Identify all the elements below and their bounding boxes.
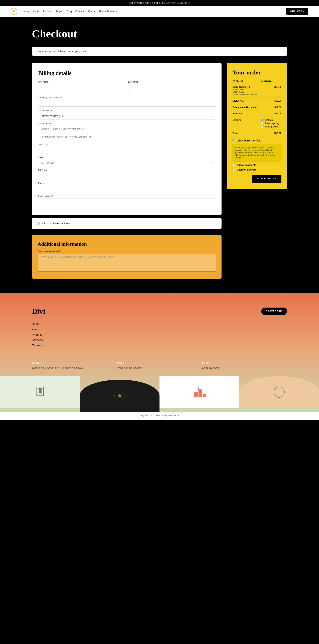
country-select[interactable]: UNITED STATES (US) — [38, 113, 215, 120]
footer-address-col: Address 1234 Divi St. #1000, San Francis… — [32, 362, 117, 369]
shipping-option-free[interactable]: Free shipping — [261, 122, 282, 124]
zip-label: ZIP Code * — [38, 169, 215, 172]
footer-nav-product[interactable]: Product — [32, 333, 287, 336]
order-card: Your order PRODUCT SUBTOTAL Extra Theme … — [227, 63, 287, 189]
state-select[interactable]: CALIFORNIA — [38, 160, 215, 166]
first-name-label: First name * — [38, 81, 125, 83]
city-input[interactable] — [38, 147, 215, 153]
product-price: $12.00 — [261, 104, 282, 110]
apt-input[interactable] — [38, 134, 215, 140]
col-subtotal: SUBTOTAL — [261, 80, 282, 84]
last-name-input[interactable] — [128, 84, 215, 91]
zip-group: ZIP Code * — [38, 169, 215, 179]
nav-blog[interactable]: Blog — [67, 10, 72, 13]
total-label: Total — [232, 130, 261, 136]
street-input[interactable] — [38, 126, 215, 132]
phone-label: Phone * — [38, 182, 215, 184]
shipping-option-local[interactable]: Local pickup — [261, 125, 282, 128]
art-block-2 — [80, 380, 160, 412]
payment-radio-bank[interactable] — [232, 140, 235, 142]
ship-different-checkbox[interactable] — [37, 222, 40, 225]
subtotal-label: Subtotal — [232, 110, 261, 117]
notes-label: Order notes (optional) — [38, 250, 216, 252]
subtotal-value: $67.00 — [261, 110, 282, 117]
checkout-columns: Billing details First name * Last name *… — [32, 63, 287, 279]
nav-project[interactable]: Project — [56, 10, 63, 13]
svg-rect-10 — [193, 387, 198, 391]
footer-art — [0, 376, 319, 412]
address-value: 1234 Divi St. #1000, San Francisco, CA 9… — [32, 366, 117, 369]
footer-nav-about[interactable]: About — [32, 328, 287, 331]
email-label: Email address * — [38, 195, 215, 198]
additional-card: Additional information Order notes (opti… — [32, 235, 222, 279]
footer-nav-careers[interactable]: Careers — [32, 344, 287, 347]
payment-radio-cash[interactable] — [232, 168, 235, 171]
ship-different-label: Ship to a different address? — [41, 222, 72, 225]
svg-rect-7 — [194, 392, 198, 398]
art-block-1 — [0, 376, 80, 408]
street-label: Street address * — [38, 122, 215, 125]
phone-value: (255) 352-6258 — [202, 366, 287, 369]
shipping-option-flat[interactable]: Flat rate — [261, 118, 282, 121]
nav-theme-builder[interactable]: Theme Builder — [99, 10, 117, 13]
payment-cash[interactable]: Cash on delivery — [232, 168, 282, 171]
street-group: Street address * — [38, 122, 215, 140]
phone-title: Phone — [202, 362, 287, 364]
place-order-button[interactable]: PLACE ORDER — [252, 174, 282, 183]
banner-text: GET STARTED WITH A FREE PROJECT CONSULTA… — [129, 2, 190, 4]
email-input[interactable] — [38, 198, 215, 205]
company-group: Company name (optional) — [38, 96, 215, 106]
subtotal-row: Subtotal $67.00 — [232, 110, 282, 117]
order-title: Your order — [232, 69, 282, 76]
svg-rect-2 — [39, 390, 41, 393]
page-title: Checkout — [32, 28, 287, 40]
company-input[interactable] — [38, 100, 215, 106]
footer-nav: Home About Product Services Careers — [32, 322, 287, 347]
footer-contact-button[interactable]: CONTACT US — [261, 308, 287, 315]
footer-nav-services[interactable]: Services — [32, 338, 287, 342]
payment-check[interactable]: Check payments — [232, 164, 282, 166]
shipping-label: Shipping — [232, 117, 261, 130]
state-group: State * CALIFORNIA — [38, 156, 215, 166]
table-row: Ecommerce Design × 1 $12.00 — [232, 104, 282, 110]
shipping-radio-free[interactable] — [261, 122, 264, 124]
top-banner: GET STARTED WITH A FREE PROJECT CONSULTA… — [0, 0, 319, 6]
total-row: Total $67.00 — [232, 130, 282, 136]
payment-bank-transfer[interactable]: Direct bank transfer — [232, 139, 282, 142]
product-name: Ecommerce Design × 1 — [232, 106, 261, 108]
copyright-text: Copyright © 2023 Divi. All Rights Reserv… — [139, 414, 180, 417]
copyright-bar: Copyright © 2023 Divi. All Rights Reserv… — [0, 412, 319, 420]
ship-different-card: Ship to a different address? — [32, 218, 222, 229]
email-title: Email — [117, 362, 202, 364]
shipping-radio-local[interactable] — [261, 126, 264, 128]
phone-group: Phone * — [38, 182, 215, 192]
nav-portfolio[interactable]: Portfolio — [43, 10, 52, 13]
address-title: Address — [32, 362, 117, 364]
nav-left: D Home About Portfolio Project Blog Cont… — [11, 8, 117, 15]
first-name-group: First name * — [38, 81, 125, 91]
nav-about[interactable]: About — [33, 10, 39, 13]
first-name-input[interactable] — [38, 84, 125, 91]
footer-nav-home[interactable]: Home — [32, 322, 287, 326]
nav-contact[interactable]: Contact — [75, 10, 84, 13]
table-row: Extra Theme × 1 Size: small Color: black… — [232, 84, 282, 98]
nav-home[interactable]: Home — [23, 10, 29, 13]
phone-input[interactable] — [38, 186, 215, 192]
coupon-bar[interactable]: Have a coupon? Click here to enter your … — [32, 47, 287, 56]
order-table: PRODUCT SUBTOTAL Extra Theme × 1 Size: s… — [232, 80, 282, 136]
product-name: Extra Theme × 1 — [232, 86, 261, 88]
payment-radio-check[interactable] — [232, 164, 235, 166]
footer-logo: Divi — [32, 307, 45, 316]
notes-textarea[interactable] — [38, 254, 216, 272]
nav-cta-button[interactable]: OUR WORK — [286, 8, 308, 15]
last-name-group: Last name * — [128, 81, 215, 91]
shipping-radio-flat[interactable] — [261, 119, 264, 121]
site-logo[interactable]: D — [11, 8, 17, 15]
footer-phone-col: Phone (255) 352-6258 — [202, 362, 287, 369]
nav-shop[interactable]: Shop — [87, 10, 95, 13]
shipping-options: Flat rate Free shipping Local pickup — [261, 118, 282, 128]
checkout-left: Billing details First name * Last name *… — [32, 63, 222, 279]
navigation: D Home About Portfolio Project Blog Cont… — [0, 6, 319, 17]
email-value: hello@diviagency.com — [117, 366, 202, 369]
zip-input[interactable] — [38, 173, 215, 179]
